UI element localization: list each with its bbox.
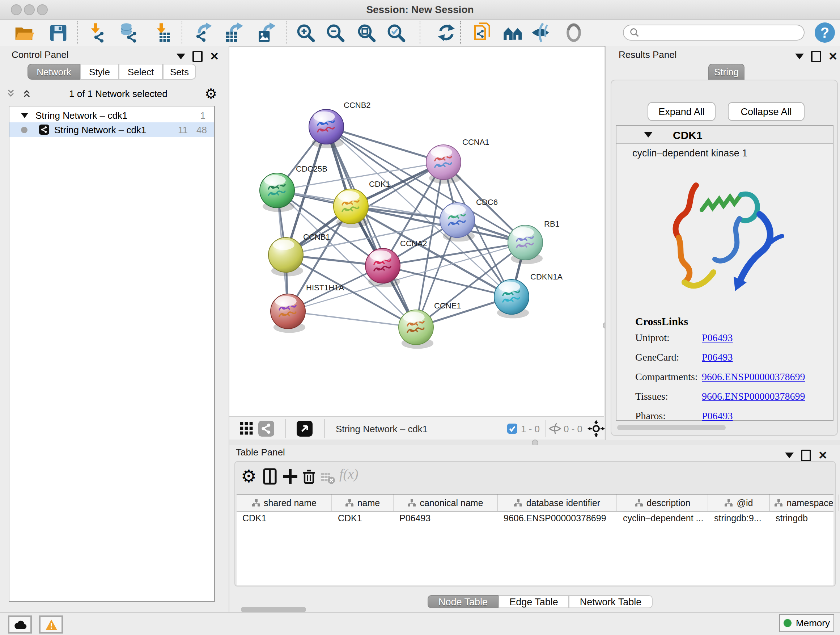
column-header-description[interactable]: description — [617, 494, 708, 511]
column-header-shared-name[interactable]: shared name — [237, 494, 332, 511]
column-header-namespace[interactable]: namespace — [770, 494, 838, 511]
close-panel-icon[interactable]: ✕ — [210, 52, 219, 61]
export-table-icon[interactable] — [224, 22, 244, 43]
warning-button[interactable] — [39, 616, 63, 633]
crosslink-link[interactable]: P06493 — [702, 410, 733, 422]
selected-checkbox-icon[interactable] — [507, 424, 517, 434]
export-network-icon[interactable] — [193, 22, 213, 43]
import-network-icon[interactable] — [86, 22, 106, 43]
close-panel-icon[interactable]: ✕ — [829, 52, 837, 61]
refresh-icon[interactable] — [436, 22, 456, 43]
search-field[interactable] — [623, 25, 805, 41]
clone-network-icon[interactable] — [472, 22, 493, 43]
save-session-icon[interactable] — [48, 22, 68, 43]
crosslink-row: Compartments:9606.ENSP00000378699 — [635, 371, 823, 383]
toolbar-divider — [420, 21, 420, 44]
network-view[interactable]: CCNB2CCNA1CDC25BCDK1CDC6RB1CCNB1CCNA2CDK… — [229, 46, 604, 417]
network-node-RB1[interactable]: RB1 — [508, 219, 560, 264]
hidden-eye-slash-icon[interactable] — [548, 422, 561, 435]
section-collapse-icon[interactable] — [644, 132, 653, 138]
add-column-icon[interactable] — [281, 468, 299, 485]
column-header-@id[interactable]: @id — [708, 494, 770, 511]
gear-icon[interactable]: ⚙ — [205, 88, 217, 99]
node-label: CDC25B — [296, 165, 327, 173]
export-image-icon[interactable] — [256, 22, 276, 43]
float-panel-icon[interactable] — [193, 51, 202, 62]
network-node-CCNB1[interactable]: CCNB1 — [268, 233, 330, 276]
help-button[interactable]: ? — [815, 22, 835, 43]
delete-column-icon[interactable] — [300, 468, 317, 485]
import-database-icon[interactable] — [118, 22, 138, 43]
zoom-selected-icon[interactable] — [386, 22, 406, 43]
zoom-out-icon[interactable] — [325, 22, 345, 43]
tab-node-table[interactable]: Node Table — [428, 595, 499, 608]
column-header-database-identifier[interactable]: database identifier — [498, 494, 617, 511]
crosslinks-title: CrossLinks — [635, 316, 823, 328]
tab-sets[interactable]: Sets — [163, 64, 196, 80]
open-session-icon[interactable] — [14, 22, 34, 43]
crosslink-link[interactable]: 9606.ENSP00000378699 — [702, 391, 805, 402]
network-node-CDK1[interactable]: CDK1 — [333, 180, 390, 228]
search-input[interactable] — [639, 27, 787, 38]
gene-section-header[interactable]: CDK1 — [616, 126, 833, 144]
column-header-canonical-name[interactable]: canonical name — [393, 494, 498, 511]
horizontal-splitter[interactable] — [229, 440, 840, 445]
tree-expand-icon[interactable] — [21, 112, 28, 118]
network-node-CDKN1A[interactable]: CDKN1A — [494, 272, 563, 318]
collapse-all-button[interactable]: Collapse All — [728, 102, 805, 121]
float-panel-icon[interactable] — [801, 450, 811, 461]
import-table-icon[interactable] — [152, 22, 172, 43]
tab-string[interactable]: String — [708, 64, 745, 80]
tab-edge-table[interactable]: Edge Table — [499, 595, 569, 608]
network-node-CDC25B[interactable]: CDC25B — [260, 165, 327, 212]
network-view-toolbar: String Network – cdk1 1 - 0 0 - 0 — [229, 416, 604, 440]
column-header-name[interactable]: name — [332, 494, 393, 511]
crosslink-link[interactable]: P06493 — [702, 333, 733, 344]
node-label: CCNE1 — [434, 301, 461, 310]
table-gear-icon[interactable]: ⚙ — [241, 468, 256, 485]
table-row[interactable]: CDK1CDK1P064939606.ENSP00000378699cyclin… — [237, 512, 834, 526]
tab-network-table[interactable]: Network Table — [569, 595, 653, 608]
selection-summary: 1 of 1 Network selected — [32, 88, 205, 99]
share-network-icon[interactable] — [258, 421, 274, 437]
hide-eye-slash-icon[interactable] — [531, 22, 551, 43]
crosslink-link[interactable]: 9606.ENSP00000378699 — [702, 371, 805, 383]
collapse-panel-icon[interactable] — [177, 54, 185, 59]
network-node-CCNB2[interactable]: CCNB2 — [309, 101, 371, 148]
network-node-CCNA1[interactable]: CCNA1 — [426, 138, 489, 184]
column-header-label: description — [647, 498, 691, 508]
collapse-panel-icon[interactable] — [785, 453, 794, 458]
results-scrollbar[interactable] — [617, 425, 726, 430]
tab-network[interactable]: Network — [27, 64, 80, 80]
tab-select[interactable]: Select — [118, 64, 163, 80]
houses-icon[interactable] — [503, 22, 523, 43]
expand-all-chevron-icon[interactable] — [6, 88, 16, 98]
network-node-HIST1H1A[interactable]: HIST1H1A — [271, 283, 344, 333]
zoom-in-icon[interactable] — [295, 22, 316, 43]
network-tree: String Network – cdk1 1 String Network –… — [9, 106, 215, 602]
move-crosshair-icon[interactable] — [587, 420, 605, 437]
memory-label: Memory — [796, 618, 830, 629]
collapse-panel-icon[interactable] — [795, 54, 804, 59]
collapse-all-chevron-icon[interactable] — [22, 88, 32, 98]
node-label: CCNA2 — [400, 239, 427, 248]
column-header-label: @id — [737, 498, 753, 508]
network-collection-row[interactable]: String Network – cdk1 1 — [9, 108, 214, 122]
close-panel-icon[interactable]: ✕ — [818, 451, 827, 460]
select-columns-icon[interactable] — [261, 468, 279, 485]
cloud-button[interactable] — [8, 616, 32, 633]
collection-count: 1 — [201, 110, 205, 120]
main-toolbar: ? — [0, 19, 840, 47]
network-row-selected[interactable]: String Network – cdk1 11 48 — [9, 122, 214, 137]
expand-all-button[interactable]: Expand All — [647, 102, 715, 121]
tab-style[interactable]: Style — [80, 64, 118, 80]
birdseye-grid-icon[interactable] — [239, 421, 254, 436]
zoom-fit-icon[interactable] — [356, 22, 376, 43]
open-in-window-icon[interactable] — [297, 421, 313, 437]
eye-icon[interactable] — [564, 22, 584, 43]
gene-name: CDK1 — [673, 128, 703, 141]
memory-button[interactable]: Memory — [779, 614, 834, 632]
float-panel-icon[interactable] — [811, 51, 821, 62]
delete-table-icon — [321, 470, 335, 485]
crosslink-link[interactable]: P06493 — [702, 352, 733, 363]
